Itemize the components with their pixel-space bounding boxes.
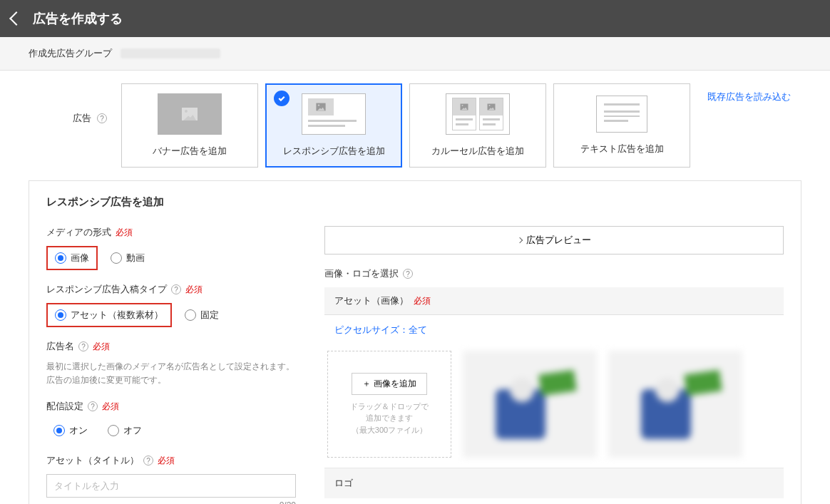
radio-label: 画像 xyxy=(71,252,89,264)
ad-section-label: 広告 xyxy=(73,113,91,123)
ad-type-text[interactable]: テキスト広告を追加 xyxy=(553,83,690,168)
delivery-off-radio[interactable]: オフ xyxy=(101,420,149,441)
input-type-label: レスポンシブ広告入稿タイプ xyxy=(46,283,167,296)
asset-title-label: アセット（タイトル） xyxy=(46,454,139,467)
input-type-fixed-radio[interactable]: 固定 xyxy=(178,304,226,326)
required-badge: 必須 xyxy=(185,284,203,296)
panel-title: レスポンシブ広告を追加 xyxy=(46,195,784,209)
radio-label: オン xyxy=(69,424,88,437)
media-format-label: メディアの形式 xyxy=(46,226,111,239)
help-icon[interactable]: ? xyxy=(143,456,153,466)
help-icon[interactable]: ? xyxy=(88,401,98,411)
ad-type-responsive[interactable]: レスポンシブ広告を追加 xyxy=(265,83,402,168)
image-thumbnail[interactable] xyxy=(608,351,742,458)
page-title: 広告を作成する xyxy=(33,10,123,27)
preview-button-label: 広告プレビュー xyxy=(526,234,591,247)
radio-label: 固定 xyxy=(200,309,219,322)
ad-type-label: テキスト広告を追加 xyxy=(580,143,664,155)
back-button[interactable] xyxy=(9,11,24,26)
load-existing-link[interactable]: 既存広告を読み込む xyxy=(707,83,791,103)
radio-label: 動画 xyxy=(126,252,145,264)
add-image-label: 画像を追加 xyxy=(374,378,416,390)
help-icon[interactable]: ? xyxy=(78,341,88,351)
image-placeholder-icon xyxy=(316,103,325,111)
image-placeholder-icon xyxy=(182,108,198,120)
media-format-image-radio[interactable]: 画像 xyxy=(46,246,98,270)
asset-image-tab-label: アセット（画像） xyxy=(334,295,409,306)
ad-type-label: レスポンシブ広告を追加 xyxy=(283,145,385,158)
radio-off-icon xyxy=(108,425,119,436)
checkmark-icon xyxy=(274,91,290,106)
image-thumbnail[interactable] xyxy=(463,351,597,458)
chevron-right-icon xyxy=(516,237,522,243)
upload-hint-line: （最大300ファイル） xyxy=(350,424,429,436)
radio-on-icon xyxy=(53,425,65,436)
radio-label: アセット（複数素材） xyxy=(71,309,163,322)
delivery-label: 配信設定 xyxy=(46,400,83,413)
input-type-asset-radio[interactable]: アセット（複数素材） xyxy=(46,303,172,327)
logo-section-label: ロゴ xyxy=(324,468,784,498)
image-section-label: 画像・ロゴを選択 xyxy=(324,267,399,280)
image-upload-dropzone[interactable]: ＋ 画像を追加 ドラッグ＆ドロップで 追加できます （最大300ファイル） xyxy=(327,351,451,458)
ad-name-label: 広告名 xyxy=(46,340,74,353)
radio-off-icon xyxy=(185,309,196,321)
help-icon[interactable]: ? xyxy=(171,284,181,294)
upload-hint-line: ドラッグ＆ドロップで xyxy=(350,401,429,413)
delivery-on-radio[interactable]: オン xyxy=(46,420,95,441)
required-badge: 必須 xyxy=(93,341,110,353)
asset-title-input[interactable] xyxy=(46,474,296,498)
radio-on-icon xyxy=(55,309,66,321)
media-format-video-radio[interactable]: 動画 xyxy=(103,247,152,269)
ad-type-banner[interactable]: バナー広告を追加 xyxy=(121,83,258,168)
group-label: 作成先広告グループ xyxy=(29,47,112,60)
required-badge: 必須 xyxy=(116,227,133,239)
image-placeholder-icon xyxy=(488,104,496,110)
ad-type-label: カルーセル広告を追加 xyxy=(431,145,524,158)
required-badge: 必須 xyxy=(414,296,431,306)
ad-type-label: バナー広告を追加 xyxy=(153,145,227,158)
add-image-button[interactable]: ＋ 画像を追加 xyxy=(352,373,427,395)
group-value-redacted xyxy=(121,48,220,58)
radio-on-icon xyxy=(55,252,66,264)
required-badge: 必須 xyxy=(158,455,175,467)
ad-name-description: 最初に選択した画像のメディア名が広告名として設定されます。広告の追加後に変更可能… xyxy=(46,360,296,387)
plus-icon: ＋ xyxy=(362,378,371,390)
image-placeholder-icon xyxy=(461,104,468,110)
radio-off-icon xyxy=(111,252,122,264)
ad-preview-button[interactable]: 広告プレビュー xyxy=(324,226,784,254)
required-badge: 必須 xyxy=(102,401,119,413)
radio-label: オフ xyxy=(123,424,142,437)
ad-type-carousel[interactable]: カルーセル広告を追加 xyxy=(409,83,546,168)
help-icon[interactable]: ? xyxy=(403,269,413,279)
pixel-size-filter[interactable]: ピクセルサイズ：全て xyxy=(324,315,437,345)
char-count: 0/20 xyxy=(46,500,296,504)
help-icon[interactable]: ? xyxy=(97,113,107,123)
upload-hint-line: 追加できます xyxy=(350,412,429,424)
